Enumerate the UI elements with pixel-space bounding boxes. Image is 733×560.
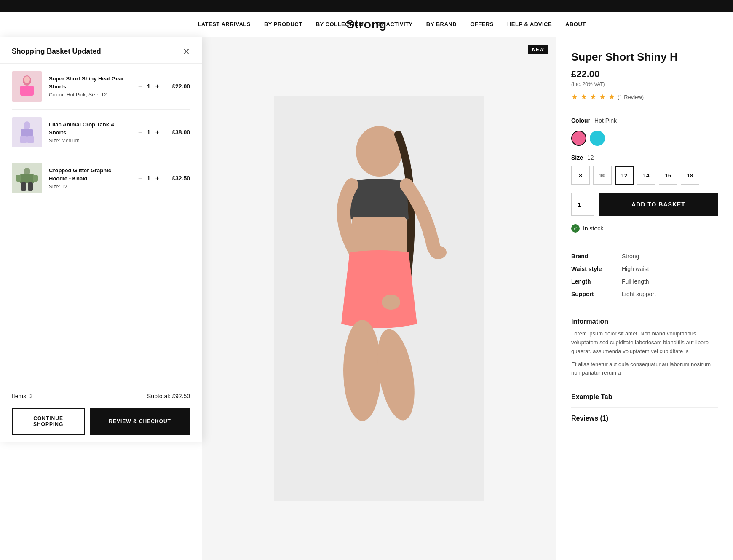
size-btn-10[interactable]: 10 (593, 166, 612, 185)
spec-value-length: Full length (622, 275, 718, 288)
item-image-2 (12, 117, 42, 147)
page-layout: Shopping Basket Updated ✕ Super Short Sh… (0, 37, 733, 560)
qty-minus-2[interactable]: − (137, 129, 143, 136)
review-count: (1 Review) (618, 94, 644, 100)
item-meta-1: Colour: Hot Pink, Size: 12 (49, 92, 131, 98)
item-price-1: £22.00 (172, 83, 190, 90)
subtotal-label: Subtotal: £92.50 (147, 393, 190, 399)
qty-plus-2[interactable]: + (155, 129, 160, 136)
svg-rect-13 (33, 175, 38, 182)
add-row: ADD TO BASKET (571, 193, 718, 216)
colour-label: Colour (571, 117, 590, 124)
item-name-2: Lilac Animal Crop Tank & Shorts (49, 121, 131, 136)
svg-rect-8 (27, 136, 34, 143)
size-btn-8[interactable]: 8 (571, 166, 590, 185)
qty-plus-3[interactable]: + (155, 174, 160, 182)
nav-latest-arrivals[interactable]: LATEST ARRIVALS (198, 21, 251, 27)
item-image-3 (12, 163, 42, 193)
close-button[interactable]: ✕ (183, 47, 190, 56)
nav-about[interactable]: ABOUT (565, 21, 586, 27)
qty-minus-3[interactable]: − (137, 174, 143, 182)
star-2: ★ (581, 92, 587, 102)
colour-row: Colour Hot Pink (571, 117, 718, 124)
divider-5 (571, 407, 718, 408)
continue-shopping-button[interactable]: CONTINUE SHOPPING (12, 408, 85, 435)
swatch-hot-pink[interactable] (571, 131, 586, 146)
info-section: Information Lorem ipsum dolor sit amet. … (571, 318, 718, 378)
item-meta-2: Size: Medium (49, 138, 131, 144)
divider-1 (571, 110, 718, 110)
add-to-basket-button[interactable]: ADD TO BASKET (599, 193, 718, 216)
item-qty-3: − 1 + (137, 174, 160, 182)
qty-plus-1[interactable]: + (155, 83, 160, 90)
info-title: Information (571, 318, 718, 325)
swatch-teal[interactable] (590, 131, 605, 146)
site-logo[interactable]: Strong (346, 18, 387, 31)
quantity-input[interactable] (571, 193, 594, 216)
nav-by-product[interactable]: BY PRODUCT (264, 21, 302, 27)
qty-value-3: 1 (147, 175, 150, 182)
basket-item: Lilac Animal Crop Tank & Shorts Size: Me… (12, 110, 190, 155)
basket-items-list: Super Short Shiny Heat Gear Shorts Colou… (0, 64, 202, 386)
reviews-title: Reviews (1) (571, 415, 718, 422)
svg-rect-6 (21, 129, 33, 137)
nav-by-brand[interactable]: BY BRAND (426, 21, 457, 27)
qty-value-2: 1 (147, 129, 150, 136)
items-label: Items: 3 (12, 393, 33, 399)
size-row: Size 12 (571, 154, 718, 161)
divider-3 (571, 311, 718, 311)
basket-item: Cropped Glitter Graphic Hoodie - Khaki S… (12, 155, 190, 201)
svg-point-22 (430, 246, 447, 259)
basket-header: Shopping Basket Updated ✕ (0, 37, 202, 64)
size-btn-16[interactable]: 16 (659, 166, 677, 185)
size-btn-14[interactable]: 14 (637, 166, 655, 185)
item-qty-1: − 1 + (137, 83, 160, 90)
spec-value-waist: High waist (622, 263, 718, 275)
in-stock-text: In stock (583, 225, 603, 232)
star-5: ★ (608, 92, 615, 102)
item-name-3: Cropped Glitter Graphic Hoodie - Khaki (49, 167, 131, 182)
divider-2 (571, 243, 718, 243)
basket-actions: CONTINUE SHOPPING REVIEW & CHECKOUT (12, 408, 190, 435)
spec-row-waist: Waist style High waist (571, 263, 718, 275)
item-details-1: Super Short Shiny Heat Gear Shorts Colou… (49, 75, 131, 97)
spec-label-waist: Waist style (571, 263, 622, 275)
basket-summary: Items: 3 Subtotal: £92.50 (12, 393, 190, 399)
size-btn-18[interactable]: 18 (681, 166, 699, 185)
colour-swatches (571, 131, 718, 146)
basket-footer: Items: 3 Subtotal: £92.50 CONTINUE SHOPP… (0, 386, 202, 442)
nav-help[interactable]: HELP & ADVICE (507, 21, 552, 27)
product-details: Super Short Shiny H £22.00 (Inc. 20% VAT… (556, 37, 733, 560)
spec-table: Brand Strong Waist style High waist Leng… (571, 250, 718, 300)
star-3: ★ (590, 92, 597, 102)
qty-value-1: 1 (147, 83, 150, 90)
item-price-3: £32.50 (172, 175, 190, 182)
product-price: £22.00 (571, 69, 718, 80)
svg-rect-7 (20, 136, 27, 143)
svg-point-5 (24, 121, 30, 130)
item-qty-2: − 1 + (137, 129, 160, 136)
item-image-1 (12, 71, 42, 102)
qty-minus-1[interactable]: − (137, 83, 143, 90)
item-meta-3: Size: 12 (49, 184, 131, 190)
colour-value: Hot Pink (594, 117, 617, 124)
svg-point-3 (24, 76, 30, 83)
svg-rect-2 (20, 86, 34, 96)
size-buttons: 8 10 12 14 16 18 (571, 166, 718, 185)
basket-title: Shopping Basket Updated (12, 47, 101, 56)
spec-row-length: Length Full length (571, 275, 718, 288)
product-image-area: NEW (202, 37, 556, 560)
size-btn-12[interactable]: 12 (615, 166, 634, 185)
review-checkout-button[interactable]: REVIEW & CHECKOUT (90, 408, 190, 435)
size-label: Size (571, 154, 583, 161)
in-stock-indicator: ✓ In stock (571, 224, 718, 233)
info-text-1: Lorem ipsum dolor sit amet. Non bland vo… (571, 330, 718, 356)
nav-offers[interactable]: OFFERS (470, 21, 494, 27)
basket-overlay: Shopping Basket Updated ✕ Super Short Sh… (0, 37, 202, 442)
spec-label-brand: Brand (571, 250, 622, 263)
new-badge: NEW (528, 45, 548, 54)
info-text-2: Et alias tenetur aut quia consequatur au… (571, 360, 718, 378)
spec-value-brand: Strong (622, 250, 718, 263)
svg-point-21 (382, 295, 400, 310)
spec-row-brand: Brand Strong (571, 250, 718, 263)
